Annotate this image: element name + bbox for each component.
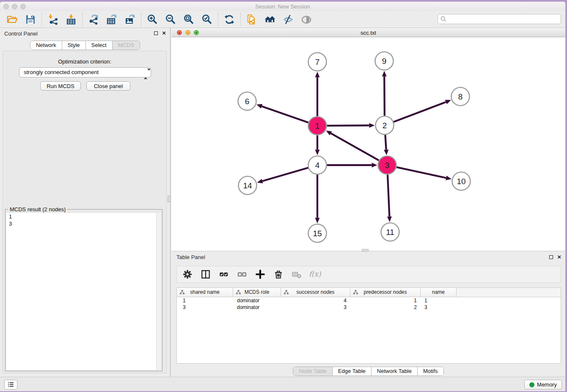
column-chooser-button[interactable] [199, 268, 212, 281]
zoom-in-button[interactable] [145, 12, 160, 27]
import-table-button[interactable] [64, 12, 78, 27]
search-input[interactable] [438, 14, 561, 24]
graph-node-label-6: 6 [245, 97, 250, 106]
graph-edge-1-6[interactable] [261, 106, 308, 123]
graph-edge-1-2[interactable] [327, 125, 369, 126]
export-table-button[interactable] [105, 12, 119, 27]
table-tab-network-table[interactable]: Network Table [371, 367, 417, 375]
column-header-name[interactable]: name [421, 288, 457, 297]
network-canvas[interactable]: 7968124314101511 [171, 37, 565, 251]
table-tab-node-table[interactable]: Node Table [293, 367, 332, 375]
tab-select[interactable]: Select [85, 41, 112, 50]
tab-mcds[interactable]: MCDS [112, 41, 140, 50]
list-icon [7, 381, 14, 388]
export-table-icon [106, 14, 117, 25]
graph-edge-2-9[interactable] [384, 76, 385, 116]
table-panel: Table Panel × f(x) shared nameMCDS roles… [171, 252, 565, 377]
table-tab-motifs[interactable]: Motifs [417, 367, 443, 375]
save-session-button[interactable] [23, 12, 38, 27]
export-network-button[interactable] [86, 12, 101, 27]
column-header-label: predecessor nodes [363, 289, 407, 295]
table-cell[interactable]: 3 [421, 304, 457, 311]
horizontal-splitter-handle[interactable] [362, 249, 369, 252]
float-table-panel-icon[interactable] [549, 255, 553, 259]
home-icon [264, 14, 275, 25]
memory-button[interactable]: Memory [524, 380, 562, 389]
main-toolbar [0, 11, 565, 28]
zoom-selected-button[interactable] [200, 12, 214, 27]
result-scrollbar[interactable] [156, 213, 161, 370]
optimization-criterion-dropdown[interactable]: strongly connected component [19, 67, 151, 77]
import-network-button[interactable] [46, 12, 60, 27]
table-cell[interactable]: 1 [350, 297, 421, 304]
mcds-result-item[interactable]: 1 [6, 213, 161, 220]
zoom-out-icon [165, 14, 176, 25]
graph-edge-arrowhead [257, 179, 263, 184]
close-panel-icon[interactable]: × [162, 30, 166, 36]
refresh-layout-button[interactable] [222, 12, 237, 27]
column-header-MCDS-role[interactable]: MCDS role [233, 288, 281, 297]
export-image-icon [124, 14, 135, 25]
mcds-result-item[interactable]: 3 [6, 220, 161, 227]
float-panel-icon[interactable] [154, 31, 158, 35]
export-image-button[interactable] [123, 12, 137, 27]
tab-style[interactable]: Style [62, 41, 85, 50]
duplicate-network-button[interactable] [245, 12, 259, 27]
settings-gear-icon [182, 269, 193, 279]
graph-node-label-7: 7 [315, 58, 320, 66]
graph-node-label-4: 4 [315, 161, 320, 170]
zoom-out-button[interactable] [163, 12, 178, 27]
run-mcds-button[interactable]: Run MCDS [40, 81, 81, 91]
graph-edge-2-8[interactable] [394, 102, 446, 122]
dropdown-stepper-icon [144, 69, 148, 76]
table-tab-edge-table[interactable]: Edge Table [332, 367, 371, 375]
export-network-icon [88, 14, 99, 25]
table-cell[interactable]: 1 [177, 297, 233, 304]
birds-eye-view-button[interactable] [299, 12, 314, 27]
graph-edge-3-11[interactable] [388, 174, 389, 216]
table-row[interactable]: 3dominator323 [177, 304, 561, 311]
close-panel-button[interactable]: Close panel [86, 81, 130, 91]
column-header-label: MCDS role [245, 289, 270, 295]
add-column-button[interactable] [254, 268, 267, 281]
delete-column-button[interactable] [272, 268, 285, 281]
graph-node-label-9: 9 [382, 57, 387, 66]
graph-edge-2-3[interactable] [385, 135, 386, 149]
graph-edge-3-10[interactable] [396, 167, 446, 178]
network-view-window: × – + scc.txt 7968124314101511 [171, 28, 565, 251]
search-box [438, 14, 561, 24]
memory-label: Memory [537, 381, 557, 388]
column-header-successor-nodes[interactable]: successor nodes [281, 288, 350, 297]
table-cell[interactable]: 2 [350, 304, 421, 311]
home-button[interactable] [263, 12, 277, 27]
graph-edge-3-1[interactable] [331, 133, 379, 160]
table-cell[interactable]: 1 [421, 297, 457, 304]
vertical-splitter-handle[interactable] [168, 196, 171, 202]
status-bar: Memory [0, 377, 565, 391]
column-type-icon [180, 290, 184, 295]
column-header-filler [457, 288, 561, 297]
graph-edge-4-14[interactable] [262, 168, 308, 181]
table-cell[interactable]: 3 [177, 304, 233, 311]
table-cell[interactable]: dominator [233, 304, 281, 311]
close-table-panel-icon[interactable]: × [557, 254, 561, 259]
table-cell[interactable]: dominator [233, 297, 281, 304]
column-header-shared-name[interactable]: shared name [177, 288, 233, 297]
graph-edge-arrowhead [384, 149, 388, 155]
graph-edge-arrowhead [369, 123, 374, 128]
settings-gear-button[interactable] [181, 268, 194, 281]
zoom-in-icon [147, 14, 158, 25]
table-cell[interactable]: 4 [281, 297, 350, 304]
tab-network[interactable]: Network [30, 41, 62, 50]
show-panels-button[interactable] [4, 380, 17, 389]
hide-graphics-details-button[interactable] [281, 12, 295, 27]
open-file-icon [7, 14, 18, 25]
column-header-predecessor-nodes[interactable]: predecessor nodes [350, 288, 421, 297]
graph-edge-arrowhead [315, 218, 320, 224]
table-cell[interactable]: 3 [281, 304, 350, 311]
deselect-all-checkboxes-button[interactable] [236, 268, 248, 281]
select-all-checkboxes-button[interactable] [217, 268, 230, 281]
open-file-button[interactable] [5, 12, 19, 27]
zoom-fit-button[interactable] [182, 12, 196, 27]
table-row[interactable]: 1dominator411 [177, 297, 561, 304]
